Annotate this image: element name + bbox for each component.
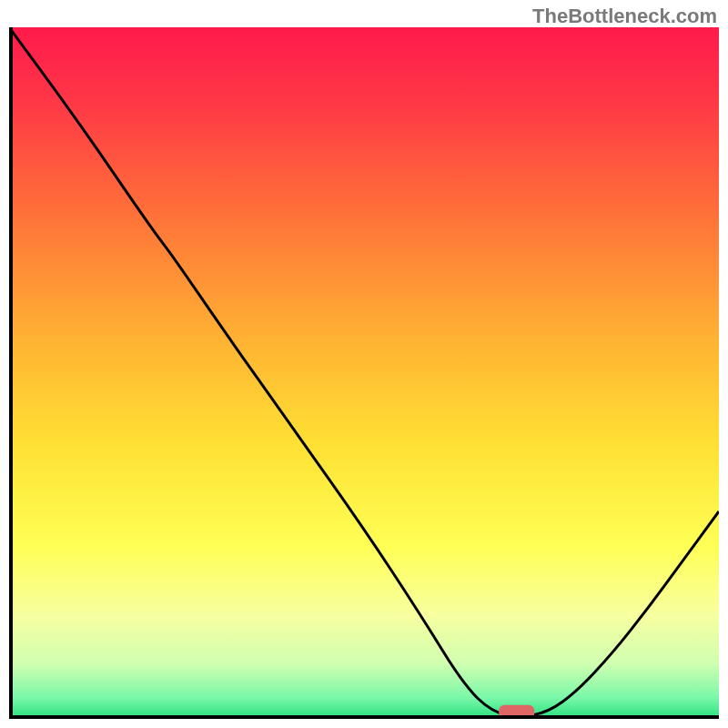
chart-svg <box>9 27 719 719</box>
gradient-background <box>9 27 719 719</box>
chart-area <box>9 27 719 719</box>
chart-container: TheBottleneck.com <box>0 0 728 728</box>
watermark-text: TheBottleneck.com <box>532 5 717 28</box>
